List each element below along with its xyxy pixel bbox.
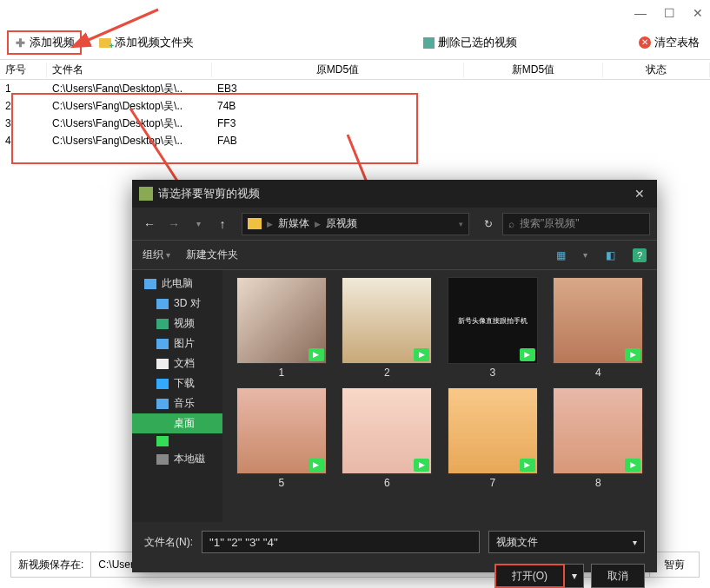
add-folder-label: 添加视频文件夹 bbox=[115, 35, 194, 50]
minimize-button[interactable]: — bbox=[634, 6, 647, 20]
chevron-down-icon: ▾ bbox=[633, 538, 637, 547]
cancel-button[interactable]: 取消 bbox=[591, 564, 645, 588]
filetype-select[interactable]: 视频文件 ▾ bbox=[488, 531, 645, 553]
dialog-footer: 文件名(N): 视频文件 ▾ 打开(O) ▾ 取消 bbox=[132, 522, 657, 588]
thumb-label: 1 bbox=[278, 367, 284, 379]
delete-selected-button[interactable]: 删除已选的视频 bbox=[422, 35, 517, 50]
col-filename: 文件名 bbox=[47, 63, 212, 77]
cell-num: 1 bbox=[0, 83, 47, 95]
picture-icon bbox=[156, 339, 169, 349]
cell-num: 3 bbox=[0, 117, 47, 129]
file-thumb[interactable]: ▶5 bbox=[231, 387, 332, 489]
download-icon bbox=[156, 379, 169, 389]
thumb-label: 8 bbox=[595, 477, 601, 489]
app-icon bbox=[156, 436, 169, 446]
file-grid: ▶1 ▶2 新号头像直接跟拍手机▶3 ▶4 ▶5 ▶6 ▶7 ▶8 bbox=[222, 270, 657, 522]
thumb-label: 5 bbox=[278, 477, 284, 489]
video-badge-icon: ▶ bbox=[625, 459, 640, 472]
filename-input[interactable] bbox=[202, 531, 480, 553]
thumb-image: 新号头像直接跟拍手机▶ bbox=[448, 277, 538, 364]
help-button[interactable]: ? bbox=[633, 248, 647, 262]
folder-icon bbox=[248, 218, 262, 229]
view-thumbnails-button[interactable]: ▦ bbox=[554, 248, 567, 262]
video-badge-icon: ▶ bbox=[625, 348, 640, 361]
file-thumb[interactable]: ▶8 bbox=[548, 387, 649, 489]
sidebar-item-disk[interactable]: 本地磁 bbox=[132, 449, 222, 469]
sidebar-item-documents[interactable]: 文档 bbox=[132, 353, 222, 373]
dialog-title: 请选择要智剪的视频 bbox=[158, 186, 629, 202]
view-preview-button[interactable]: ◧ bbox=[603, 248, 617, 262]
cell-file: C:\Users\Fang\Desktop\吴\.. bbox=[47, 116, 212, 131]
nav-up-button[interactable]: ↑ bbox=[212, 214, 233, 235]
thumb-image: ▶ bbox=[342, 387, 432, 474]
desktop-icon bbox=[156, 419, 169, 429]
table-row[interactable]: 3 C:\Users\Fang\Desktop\吴\.. FF3 bbox=[0, 115, 710, 132]
filename-row: 文件名(N): 视频文件 ▾ bbox=[144, 531, 645, 553]
chevron-right-icon: ▶ bbox=[315, 220, 321, 228]
col-new-md5: 新MD5值 bbox=[464, 63, 603, 77]
table-header: 序号 文件名 原MD5值 新MD5值 状态 bbox=[0, 59, 710, 80]
organize-button[interactable]: 组织 ▾ bbox=[143, 248, 170, 262]
clear-table-button[interactable]: ✕ 清空表格 bbox=[639, 35, 700, 50]
dialog-titlebar: 请选择要智剪的视频 ✕ bbox=[132, 180, 657, 208]
delete-icon bbox=[422, 36, 435, 49]
video-badge-icon: ▶ bbox=[309, 348, 324, 361]
search-placeholder: 搜索"原视频" bbox=[520, 216, 580, 231]
sidebar-item-downloads[interactable]: 下载 bbox=[132, 373, 222, 393]
maximize-button[interactable]: ☐ bbox=[664, 6, 675, 20]
cell-file: C:\Users\Fang\Desktop\吴\.. bbox=[47, 134, 212, 149]
thumb-label: 4 bbox=[595, 367, 601, 379]
sidebar-item-pictures[interactable]: 图片 bbox=[132, 334, 222, 353]
table-row[interactable]: 4 C:\Users\Fang\Desktop\吴\.. FAB bbox=[0, 132, 710, 149]
filetype-label: 视频文件 bbox=[496, 535, 538, 550]
breadcrumb-segment[interactable]: 新媒体 bbox=[278, 216, 309, 231]
table-row[interactable]: 1 C:\Users\Fang\Desktop\吴\.. EB3 bbox=[0, 80, 710, 97]
nav-recent-button[interactable]: ▾ bbox=[188, 214, 209, 235]
document-icon bbox=[156, 359, 169, 369]
file-thumb[interactable]: ▶6 bbox=[337, 387, 438, 489]
video-badge-icon: ▶ bbox=[520, 459, 535, 472]
file-thumb[interactable]: ▶4 bbox=[548, 277, 649, 379]
file-thumb[interactable]: ▶2 bbox=[337, 277, 438, 379]
plus-icon: ✚ bbox=[14, 36, 26, 49]
video-icon bbox=[156, 319, 169, 329]
file-thumb[interactable]: 新号头像直接跟拍手机▶3 bbox=[442, 277, 543, 379]
refresh-button[interactable]: ↻ bbox=[478, 218, 499, 230]
cell-file: C:\Users\Fang\Desktop\吴\.. bbox=[47, 99, 212, 114]
chevron-down-icon[interactable]: ▾ bbox=[583, 250, 587, 260]
delete-selected-label: 删除已选的视频 bbox=[438, 35, 517, 50]
table-body: 1 C:\Users\Fang\Desktop\吴\.. EB3 2 C:\Us… bbox=[0, 80, 710, 149]
col-original-md5: 原MD5值 bbox=[212, 63, 464, 77]
open-dropdown-button[interactable]: ▾ bbox=[565, 564, 584, 588]
file-thumb[interactable]: ▶7 bbox=[442, 387, 543, 489]
sidebar-item-green[interactable] bbox=[132, 433, 222, 449]
file-thumb[interactable]: ▶1 bbox=[231, 277, 332, 379]
close-button[interactable]: ✕ bbox=[693, 6, 703, 20]
open-button[interactable]: 打开(O) bbox=[494, 564, 565, 588]
search-input[interactable]: ⌕ 搜索"原视频" bbox=[502, 213, 650, 235]
sidebar-item-music[interactable]: 音乐 bbox=[132, 393, 222, 413]
dialog-button-row: 打开(O) ▾ 取消 bbox=[144, 564, 645, 588]
nav-forward-button[interactable]: → bbox=[163, 214, 184, 235]
folder-plus-icon bbox=[99, 36, 111, 49]
breadcrumb-segment[interactable]: 原视频 bbox=[326, 216, 357, 231]
nav-back-button[interactable]: ← bbox=[139, 214, 160, 235]
new-folder-button[interactable]: 新建文件夹 bbox=[186, 248, 238, 262]
add-video-button[interactable]: ✚ 添加视频 bbox=[7, 30, 82, 55]
sidebar-item-videos[interactable]: 视频 bbox=[132, 314, 222, 334]
sidebar-item-this-pc[interactable]: 此电脑 bbox=[132, 274, 222, 294]
disk-icon bbox=[156, 454, 169, 465]
table-row[interactable]: 2 C:\Users\Fang\Desktop\吴\.. 74B bbox=[0, 97, 710, 115]
sidebar-item-desktop[interactable]: 桌面 bbox=[132, 413, 222, 433]
dialog-toolbar: 组织 ▾ 新建文件夹 ▦ ▾ ◧ ? bbox=[132, 241, 657, 270]
add-folder-button[interactable]: 添加视频文件夹 bbox=[99, 35, 194, 50]
file-open-dialog: 请选择要智剪的视频 ✕ ← → ▾ ↑ ▶ 新媒体 ▶ 原视频 ▾ ↻ ⌕ 搜索… bbox=[132, 180, 657, 572]
breadcrumb[interactable]: ▶ 新媒体 ▶ 原视频 ▾ bbox=[242, 213, 469, 235]
cell-md5: FF3 bbox=[212, 117, 244, 129]
save-location-label: 新视频保存在: bbox=[11, 552, 91, 577]
cell-num: 4 bbox=[0, 135, 47, 147]
chevron-down-icon[interactable]: ▾ bbox=[459, 220, 463, 228]
thumb-label: 7 bbox=[489, 477, 495, 489]
sidebar-item-3d[interactable]: 3D 对 bbox=[132, 294, 222, 314]
dialog-close-button[interactable]: ✕ bbox=[629, 187, 650, 201]
